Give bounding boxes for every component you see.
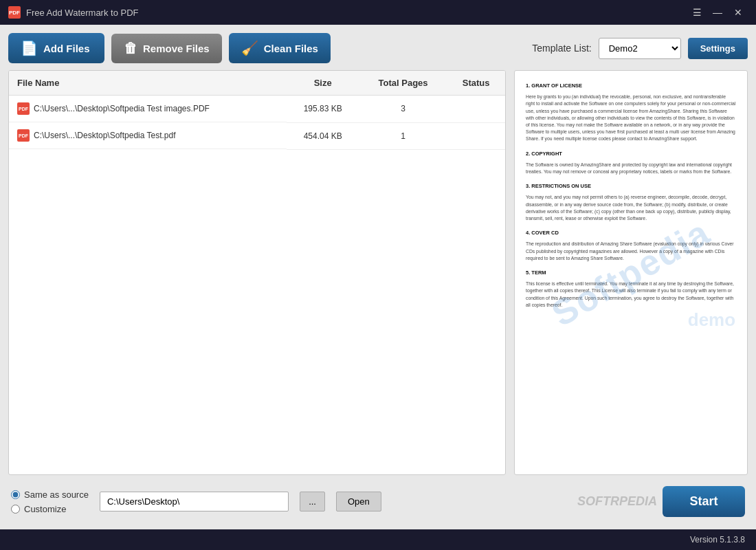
preview-section-body: The Software is owned by AmazingShare an… — [526, 162, 736, 175]
file-status-cell — [447, 96, 505, 123]
preview-section-heading: 2. COPYRIGHT — [526, 150, 736, 157]
pdf-icon: PDF — [17, 129, 30, 142]
softrpedia-logo: SOFTRPEDIA — [577, 494, 657, 509]
file-name-text: C:\Users\...\Desktop\Softpedia Test.pdf — [34, 131, 176, 140]
remove-files-label: Remove Files — [143, 43, 210, 54]
customize-option[interactable]: Customize — [11, 504, 89, 514]
preview-section-body: The reproduction and distribution of Ama… — [526, 241, 736, 262]
same-as-source-option[interactable]: Same as source — [11, 490, 89, 500]
watermark-small: demo — [688, 307, 735, 333]
middle-area: File Name Size Total Pages Status PDF C:… — [8, 70, 748, 475]
file-name-text: C:\Users\...\Desktop\Softpedia Test imag… — [34, 104, 210, 113]
file-name-cell: PDF C:\Users\...\Desktop\Softpedia Test … — [9, 96, 287, 122]
toolbar: 📄 Add Files 🗑 Remove Files 🧹 Clean Files… — [8, 33, 748, 63]
file-name-cell: PDF C:\Users\...\Desktop\Softpedia Test.… — [9, 122, 287, 149]
add-files-icon: 📄 — [21, 40, 38, 56]
version-text: Version 5.1.3.8 — [690, 535, 745, 544]
customize-label: Customize — [24, 504, 66, 514]
start-section: SOFTRPEDIA Start — [577, 486, 745, 517]
col-header-name: File Name — [9, 71, 287, 96]
preview-section-heading: 4. COVER CD — [526, 229, 736, 236]
customize-radio[interactable] — [11, 505, 20, 514]
menu-button[interactable]: ☰ — [687, 3, 707, 22]
status-bar: Version 5.1.3.8 — [0, 529, 756, 550]
preview-content: Softpedia demo 1. GRANT OF LICENSEHere b… — [515, 71, 747, 474]
file-size-cell: 195.83 KB — [287, 96, 359, 123]
add-files-button[interactable]: 📄 Add Files — [8, 33, 104, 63]
radio-group: Same as source Customize — [11, 490, 89, 514]
preview-section-body: You may not, and you may not permit othe… — [526, 194, 736, 222]
open-button[interactable]: Open — [336, 492, 381, 512]
remove-files-icon: 🗑 — [124, 41, 137, 56]
bottom-bar: Same as source Customize ... Open SOFTRP… — [8, 482, 748, 521]
preview-section-heading: 5. TERM — [526, 269, 736, 276]
close-button[interactable]: ✕ — [729, 3, 748, 22]
path-input[interactable] — [100, 492, 289, 512]
col-header-pages: Total Pages — [359, 71, 447, 96]
preview-panel: Softpedia demo 1. GRANT OF LICENSEHere b… — [514, 70, 748, 475]
template-label: Template List: — [532, 43, 591, 54]
table-row[interactable]: PDF C:\Users\...\Desktop\Softpedia Test.… — [9, 122, 505, 149]
window-controls: ☰ — ✕ — [687, 3, 748, 22]
clean-files-icon: 🧹 — [241, 40, 258, 56]
col-header-status: Status — [447, 71, 505, 96]
app-title: Free Add Watermark to PDF — [26, 8, 139, 18]
file-pages-cell: 1 — [359, 122, 447, 149]
template-select[interactable]: Demo1 Demo2 Demo3 — [599, 38, 681, 59]
file-size-cell: 454.04 KB — [287, 122, 359, 149]
browse-button[interactable]: ... — [300, 492, 325, 512]
minimize-button[interactable]: — — [708, 3, 727, 22]
title-bar: PDF Free Add Watermark to PDF ☰ — ✕ — [0, 0, 756, 25]
settings-button[interactable]: Settings — [688, 38, 748, 59]
file-table-container: File Name Size Total Pages Status PDF C:… — [8, 70, 506, 475]
col-header-size: Size — [287, 71, 359, 96]
preview-section-body: Here by grants to you (an individual) th… — [526, 94, 736, 142]
start-button[interactable]: Start — [663, 486, 745, 517]
pdf-icon: PDF — [17, 102, 30, 115]
preview-section-heading: 1. GRANT OF LICENSE — [526, 82, 736, 89]
same-as-source-radio[interactable] — [11, 490, 20, 499]
file-pages-cell: 3 — [359, 96, 447, 123]
same-as-source-label: Same as source — [24, 490, 89, 500]
app-icon: PDF — [8, 6, 21, 19]
template-section: Template List: Demo1 Demo2 Demo3 Setting… — [532, 38, 748, 59]
file-status-cell — [447, 122, 505, 149]
preview-section-heading: 3. RESTRICTIONS ON USE — [526, 182, 736, 190]
main-content: 📄 Add Files 🗑 Remove Files 🧹 Clean Files… — [0, 25, 756, 529]
file-table: File Name Size Total Pages Status PDF C:… — [9, 71, 505, 150]
preview-section-body: This license is effective until terminat… — [526, 280, 736, 309]
add-files-label: Add Files — [43, 43, 90, 54]
title-bar-left: PDF Free Add Watermark to PDF — [8, 6, 139, 19]
remove-files-button[interactable]: 🗑 Remove Files — [111, 34, 222, 63]
clean-files-label: Clean Files — [264, 43, 318, 54]
clean-files-button[interactable]: 🧹 Clean Files — [229, 33, 331, 63]
table-row[interactable]: PDF C:\Users\...\Desktop\Softpedia Test … — [9, 96, 505, 123]
